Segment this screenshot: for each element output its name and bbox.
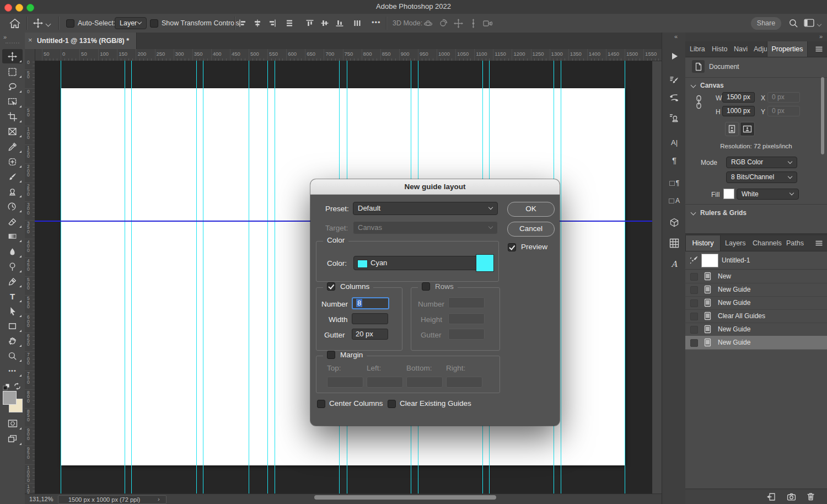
- zoom-level-field[interactable]: 131,12%: [29, 496, 53, 502]
- edit-toolbar-button[interactable]: •••: [2, 363, 23, 378]
- 3d-pan-button[interactable]: [454, 19, 463, 28]
- crop-tool[interactable]: [2, 109, 23, 124]
- healing-brush-tool[interactable]: [2, 154, 23, 169]
- 3d-slide-button[interactable]: [469, 19, 478, 28]
- properties-scrollbar[interactable]: [821, 77, 824, 154]
- eraser-tool[interactable]: [2, 215, 23, 229]
- more-align-options-button[interactable]: •••: [372, 18, 381, 26]
- workspace-chevron-icon[interactable]: [817, 22, 821, 26]
- history-step-clear-all-guides[interactable]: Clear All Guides: [685, 309, 827, 323]
- blur-tool[interactable]: [2, 244, 23, 259]
- history-source-well[interactable]: [690, 286, 698, 294]
- dock-collapse-button[interactable]: «: [674, 33, 678, 40]
- 3d-panel-button[interactable]: [667, 216, 681, 230]
- history-panel-menu-icon[interactable]: [815, 240, 823, 246]
- object-selection-tool[interactable]: [2, 94, 23, 109]
- 3d-orbit-button[interactable]: [423, 19, 433, 28]
- history-source-well[interactable]: [690, 326, 698, 334]
- history-brush-source-icon[interactable]: [690, 256, 698, 264]
- vertical-guide[interactable]: [196, 61, 197, 494]
- history-source-well[interactable]: [690, 313, 698, 320]
- distribute-vertical-button[interactable]: [286, 19, 293, 27]
- margin-left-field[interactable]: [367, 377, 403, 388]
- color-dropdown[interactable]: Cyan: [353, 256, 490, 270]
- columns-checkbox[interactable]: [327, 282, 335, 291]
- tab-channels[interactable]: Channels: [753, 239, 782, 247]
- rectangle-tool[interactable]: [2, 319, 23, 333]
- frame-tool[interactable]: [2, 124, 23, 138]
- height-field[interactable]: 1000 px: [722, 106, 755, 116]
- fill-color-swatch[interactable]: [723, 189, 734, 199]
- align-right-button[interactable]: [268, 19, 276, 27]
- new-document-from-state-button[interactable]: [766, 492, 776, 501]
- tab-paths[interactable]: Paths: [786, 239, 804, 247]
- margin-bottom-field[interactable]: [406, 377, 443, 388]
- mode-dropdown[interactable]: RGB Color: [726, 157, 797, 168]
- pen-tool[interactable]: [2, 274, 23, 288]
- vertical-guide[interactable]: [625, 61, 625, 494]
- align-middle-v-button[interactable]: [321, 19, 329, 27]
- rectangular-marquee-tool[interactable]: [2, 65, 23, 79]
- vertical-guide[interactable]: [131, 61, 132, 494]
- paragraph-styles-panel-button[interactable]: A: [667, 257, 681, 271]
- search-button[interactable]: [788, 18, 798, 28]
- horizontal-ruler[interactable]: 5005010015020025030035040045050055060065…: [25, 49, 662, 61]
- dialog-title[interactable]: New guide layout: [310, 179, 560, 195]
- margin-top-field[interactable]: [327, 377, 363, 388]
- brush-settings-panel-button[interactable]: [667, 73, 681, 88]
- align-top-button[interactable]: [306, 19, 314, 27]
- toolbar-expand-button[interactable]: »: [3, 34, 7, 40]
- tab-properties[interactable]: Properties: [767, 41, 808, 57]
- zoom-tool[interactable]: [2, 348, 23, 363]
- rows-gutter-field[interactable]: [448, 329, 485, 340]
- document-properties-button[interactable]: [692, 60, 705, 73]
- align-bottom-button[interactable]: [336, 19, 343, 27]
- history-step-new-guide-2[interactable]: New Guide: [685, 296, 827, 310]
- type-tool[interactable]: T: [2, 289, 23, 303]
- history-source-well[interactable]: [690, 299, 698, 307]
- guides-panel-button[interactable]: [667, 236, 681, 250]
- panel-expand-button[interactable]: »: [819, 33, 823, 40]
- ok-button[interactable]: OK: [507, 202, 555, 217]
- home-button[interactable]: [9, 18, 20, 29]
- margin-right-field[interactable]: [446, 377, 482, 388]
- actions-panel-button[interactable]: [667, 49, 681, 63]
- width-field[interactable]: 1500 px: [722, 92, 755, 103]
- character-panel-button[interactable]: A|: [667, 135, 681, 149]
- path-selection-tool[interactable]: [2, 304, 23, 318]
- fill-dropdown[interactable]: White: [737, 189, 799, 200]
- link-dimensions-icon[interactable]: [695, 95, 702, 109]
- vertical-guide[interactable]: [61, 61, 61, 494]
- paragraph-panel-button[interactable]: ¶: [667, 153, 681, 167]
- toolbar-grip[interactable]: [6, 42, 19, 45]
- vertical-guide[interactable]: [275, 61, 275, 494]
- workspace-switcher-button[interactable]: [804, 18, 814, 28]
- distribute-horizontal-button[interactable]: [353, 19, 361, 27]
- move-tool[interactable]: [2, 49, 23, 63]
- landscape-orientation-button[interactable]: [740, 122, 755, 136]
- columns-width-field[interactable]: [352, 313, 388, 324]
- eyedropper-tool[interactable]: [2, 140, 23, 154]
- cancel-button[interactable]: Cancel: [507, 222, 555, 237]
- show-transform-checkbox[interactable]: [150, 19, 158, 28]
- vertical-guide[interactable]: [267, 61, 268, 494]
- columns-gutter-field[interactable]: 20 px: [352, 329, 388, 340]
- y-field[interactable]: 0 px: [767, 106, 800, 116]
- history-step-new-guide-1[interactable]: New Guide: [685, 283, 827, 297]
- vertical-guide[interactable]: [249, 61, 249, 494]
- history-brush-tool[interactable]: [2, 199, 23, 213]
- vertical-ruler[interactable]: 1 0 05 005 01 0 01 5 02 0 02 5 03 0 03 5…: [25, 61, 35, 494]
- target-dropdown[interactable]: Canvas: [353, 221, 498, 234]
- document-tab[interactable]: × Untitled-1 @ 131% (RGB/8) *: [25, 33, 137, 49]
- align-center-h-button[interactable]: [254, 19, 261, 27]
- tab-history[interactable]: History: [685, 235, 721, 251]
- tab-libraries[interactable]: Libra: [690, 45, 709, 53]
- share-button[interactable]: Share: [751, 17, 781, 30]
- tab-navigator[interactable]: Navi: [734, 45, 751, 53]
- history-step-new[interactable]: New: [685, 270, 827, 283]
- screen-mode-button[interactable]: [2, 432, 23, 446]
- preview-checkbox[interactable]: [508, 243, 516, 251]
- history-snapshot-row[interactable]: Untitled-1: [685, 251, 827, 270]
- clear-existing-guides-checkbox[interactable]: [388, 400, 396, 408]
- columns-number-field[interactable]: 8: [352, 297, 389, 309]
